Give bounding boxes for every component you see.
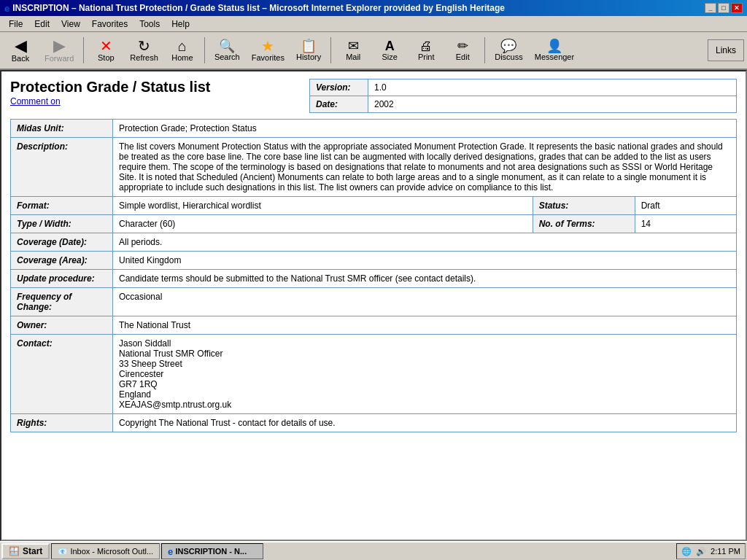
- close-button[interactable]: ✕: [731, 3, 743, 13]
- messenger-button[interactable]: 👤 Messenger: [530, 34, 579, 67]
- table-row: Frequency ofChange: Occasional: [11, 288, 737, 316]
- home-button[interactable]: ⌂ Home: [165, 34, 200, 67]
- owner-value: The National Trust: [113, 316, 737, 335]
- separator-4: [484, 37, 485, 63]
- page-header: Protection Grade / Status list Comment o…: [10, 79, 737, 113]
- update-value: Candidate terms should be submitted to t…: [113, 270, 737, 288]
- start-button[interactable]: 🪟 Start: [1, 543, 50, 559]
- home-label: Home: [171, 53, 193, 62]
- midas-label: Midas Unit:: [11, 120, 113, 138]
- table-row: Midas Unit: Protection Grade; Protection…: [11, 120, 737, 138]
- rights-value: Copyright The National Trust - contact f…: [113, 414, 737, 432]
- type-value: Character (60): [113, 215, 533, 233]
- forward-button[interactable]: ▶ Forward: [39, 34, 79, 67]
- table-row: Coverage (Date): All periods.: [11, 233, 737, 252]
- print-label: Print: [418, 52, 435, 61]
- menu-bar: File Edit View Favorites Tools Help: [0, 16, 747, 32]
- table-row: Rights: Copyright The National Trust - c…: [11, 414, 737, 432]
- size-icon: A: [385, 39, 395, 52]
- menu-view[interactable]: View: [55, 18, 86, 31]
- history-button[interactable]: 📋 History: [291, 34, 326, 67]
- favorites-icon: ★: [261, 39, 274, 53]
- status-label: Status:: [533, 197, 635, 215]
- separator-3: [330, 37, 331, 63]
- content-area[interactable]: Protection Grade / Status list Comment o…: [0, 70, 747, 541]
- format-label: Format:: [11, 197, 113, 215]
- contact-label: Contact:: [11, 335, 113, 414]
- status-value: Draft: [635, 197, 736, 215]
- start-icon: 🪟: [9, 546, 20, 556]
- comment-link[interactable]: Comment on: [10, 96, 61, 106]
- edit-icon: ✏: [457, 39, 468, 52]
- rights-label: Rights:: [11, 414, 113, 432]
- version-row: Version: 1.0: [310, 79, 737, 96]
- print-button[interactable]: 🖨 Print: [409, 34, 444, 67]
- network-icon: 🌐: [681, 547, 692, 556]
- terms-label: No. of Terms:: [533, 215, 635, 233]
- version-date-table: Version: 1.0 Date: 2002: [309, 79, 737, 113]
- favorites-label: Favorites: [252, 53, 285, 62]
- search-label: Search: [214, 52, 240, 61]
- size-label: Size: [382, 52, 398, 61]
- back-label: Back: [12, 54, 29, 63]
- terms-value: 14: [635, 215, 736, 233]
- table-row: Format: Simple wordlist, Hierarchical wo…: [11, 197, 737, 215]
- format-value: Simple wordlist, Hierarchical wordlist: [113, 197, 533, 215]
- menu-edit[interactable]: Edit: [28, 18, 55, 31]
- coverage-date-label: Coverage (Date):: [11, 233, 113, 252]
- mail-icon: ✉: [348, 39, 359, 52]
- discuss-button[interactable]: 💬 Discuss: [489, 34, 528, 67]
- refresh-icon: ↻: [138, 39, 150, 53]
- table-row: Update procedure: Candidate terms should…: [11, 270, 737, 288]
- separator-1: [83, 37, 84, 63]
- version-label: Version:: [310, 79, 368, 96]
- date-value: 2002: [368, 96, 737, 113]
- table-row: Type / Width: Character (60) No. of Term…: [11, 215, 737, 233]
- date-label: Date:: [310, 96, 368, 113]
- description-label: Description:: [11, 138, 113, 197]
- frequency-label: Frequency ofChange:: [11, 288, 113, 316]
- forward-icon: ▶: [53, 38, 66, 54]
- ie-icon: e: [168, 546, 173, 557]
- start-label: Start: [23, 546, 42, 556]
- search-button[interactable]: 🔍 Search: [209, 34, 245, 67]
- search-icon: 🔍: [219, 39, 235, 52]
- main-table: Midas Unit: Protection Grade; Protection…: [10, 119, 737, 432]
- midas-value: Protection Grade; Protection Status: [113, 120, 737, 138]
- description-value: The list covers Monument Protection Stat…: [113, 138, 737, 197]
- system-tray: 🌐 🔊 2:11 PM: [676, 543, 746, 559]
- menu-file[interactable]: File: [3, 18, 28, 31]
- links-button[interactable]: Links: [708, 39, 744, 61]
- stop-button[interactable]: ✕ Stop: [88, 34, 123, 67]
- menu-help[interactable]: Help: [166, 18, 196, 31]
- stop-icon: ✕: [100, 39, 112, 53]
- edit-button[interactable]: ✏ Edit: [445, 34, 480, 67]
- menu-favorites[interactable]: Favorites: [86, 18, 133, 31]
- owner-label: Owner:: [11, 316, 113, 335]
- taskbar-item-inscription[interactable]: e INSCRIPTION - N...: [161, 543, 263, 559]
- mail-button[interactable]: ✉ Mail: [336, 34, 371, 67]
- maximize-button[interactable]: □: [718, 3, 729, 13]
- refresh-label: Refresh: [130, 53, 158, 62]
- outlook-icon: 📧: [58, 547, 68, 556]
- favorites-button[interactable]: ★ Favorites: [247, 34, 290, 67]
- page-content: Protection Grade / Status list Comment o…: [1, 71, 746, 440]
- window-controls: _ □ ✕: [705, 3, 743, 13]
- minimize-button[interactable]: _: [705, 3, 716, 13]
- time-display: 2:11 PM: [711, 547, 740, 556]
- table-row: Description: The list covers Monument Pr…: [11, 138, 737, 197]
- contact-value: Jason Siddall National Trust SMR Officer…: [113, 335, 737, 414]
- title-text: e INSCRIPTION – National Trust Protectio…: [4, 3, 505, 14]
- discuss-icon: 💬: [500, 39, 516, 52]
- toolbar: ◀ Back ▶ Forward ✕ Stop ↻ Refresh ⌂ Home…: [0, 32, 747, 70]
- taskbar-item-outlook[interactable]: 📧 Inbox - Microsoft Outl...: [51, 543, 160, 559]
- menu-tools[interactable]: Tools: [133, 18, 166, 31]
- edit-label: Edit: [456, 52, 470, 61]
- coverage-date-value: All periods.: [113, 233, 737, 252]
- home-icon: ⌂: [178, 39, 187, 53]
- size-button[interactable]: A Size: [372, 34, 407, 67]
- refresh-button[interactable]: ↻ Refresh: [125, 34, 163, 67]
- volume-icon: 🔊: [696, 547, 706, 556]
- forward-label: Forward: [44, 54, 74, 63]
- back-button[interactable]: ◀ Back: [3, 34, 38, 67]
